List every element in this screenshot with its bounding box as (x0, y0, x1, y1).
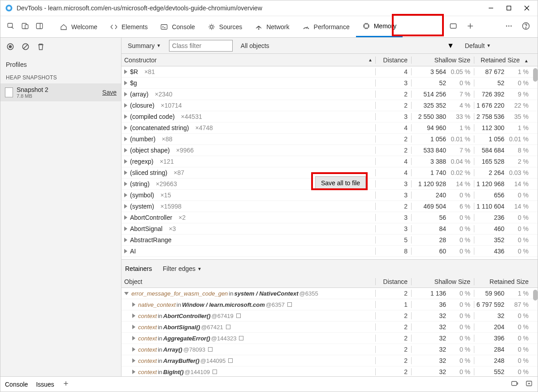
table-row[interactable]: (regexp)×12143 3880.04 %165 5282 % (121, 156, 538, 167)
tab-sources[interactable]: Sources (201, 16, 248, 37)
table-row[interactable]: context in AggregateError() @1443232320 … (121, 333, 538, 344)
external-link-icon[interactable] (226, 325, 230, 329)
expand-icon[interactable] (124, 114, 127, 119)
tab-welcome[interactable]: Welcome (53, 16, 104, 37)
expand-icon[interactable] (124, 215, 127, 220)
all-objects-dropdown[interactable]: All objects (238, 41, 272, 50)
drawer-expand-icon[interactable] (525, 379, 533, 389)
table-row[interactable]: (compiled code)×4453132 550 38033 %2 758… (121, 111, 538, 122)
column-distance[interactable]: Distance (375, 278, 411, 285)
table-row[interactable]: AbortSignal×33840 %4600 % (121, 223, 538, 235)
expand-icon[interactable] (124, 238, 127, 242)
table-row[interactable]: (number)×8821 0560.01 %1 0560.01 % (121, 134, 538, 145)
table-row[interactable]: $g3520 %520 % (121, 78, 538, 89)
drawer-tab-issues[interactable]: Issues (36, 381, 54, 388)
expand-icon[interactable] (124, 92, 127, 96)
external-link-icon[interactable] (287, 302, 292, 307)
device-toolbar-icon[interactable] (21, 22, 29, 32)
column-retained-size[interactable]: Retained Size ▲ (474, 57, 538, 64)
expand-icon[interactable] (132, 325, 135, 329)
shallow-value: 36 (439, 301, 446, 308)
expand-icon[interactable] (132, 358, 135, 363)
external-link-icon[interactable] (228, 358, 233, 363)
add-tab-icon[interactable] (466, 22, 475, 32)
expand-icon[interactable] (124, 137, 127, 141)
expand-icon[interactable] (132, 370, 135, 374)
default-dropdown[interactable]: Default ▼ (462, 41, 494, 50)
table-row[interactable]: context in ArrayBuffer() @1440952320 %24… (121, 355, 538, 366)
filter-edges-dropdown[interactable]: Filter edges ▼ (160, 264, 204, 273)
expand-icon[interactable] (124, 170, 127, 175)
expand-icon[interactable] (124, 249, 127, 253)
window-close-button[interactable] (523, 4, 530, 12)
more-tabs-icon[interactable] (449, 22, 458, 32)
inspect-element-icon[interactable] (7, 22, 15, 32)
dropdown-caret-icon[interactable]: ▼ (447, 42, 454, 50)
expand-icon[interactable] (124, 226, 127, 231)
window-minimize-button[interactable] (487, 4, 495, 12)
expand-icon[interactable] (124, 182, 127, 186)
table-row[interactable]: error_message_for_wasm_code_gen in syste… (121, 288, 538, 299)
expand-icon[interactable] (132, 302, 135, 307)
expand-icon[interactable] (124, 193, 127, 197)
column-object[interactable]: Object (121, 278, 375, 285)
table-row[interactable]: (concatenated string)×4748494 9601 %112 … (121, 122, 538, 134)
external-link-icon[interactable] (239, 336, 243, 340)
column-retained-size[interactable]: Retained Size (474, 278, 538, 285)
tab-network[interactable]: Network (248, 16, 295, 37)
table-row[interactable]: native_context in Window / learn.microso… (121, 299, 538, 310)
table-row[interactable]: AbstractRange5280 %3520 % (121, 235, 538, 246)
more-options-icon[interactable] (504, 22, 513, 32)
expand-icon[interactable] (124, 70, 127, 74)
delete-icon[interactable] (36, 42, 45, 53)
expand-icon[interactable] (132, 314, 135, 318)
dock-side-icon[interactable] (35, 22, 43, 32)
snapshot-item[interactable]: Snapshot 2 7.8 MB Save (0, 83, 121, 101)
drawer-tab-console[interactable]: Console (5, 381, 28, 388)
class-filter-input[interactable] (169, 40, 233, 52)
external-link-icon[interactable] (236, 314, 241, 318)
table-row[interactable]: context in BigInt() @1441092320 %5520 % (121, 366, 538, 376)
expand-icon[interactable] (124, 148, 127, 152)
table-row[interactable]: context in Array() @780932320 %2840 % (121, 344, 538, 355)
scrollbar-thumb[interactable] (533, 290, 538, 301)
tab-performance[interactable]: Performance (296, 16, 356, 37)
column-shallow-size[interactable]: Shallow Size (411, 57, 474, 64)
table-row[interactable]: context in AbortController() @674192320 … (121, 310, 538, 322)
expand-icon[interactable] (124, 159, 127, 164)
table-row[interactable]: (object shape)×99662533 8407 %584 6848 % (121, 145, 538, 156)
window-maximize-button[interactable] (505, 4, 512, 12)
external-link-icon[interactable] (208, 347, 213, 352)
expand-icon[interactable] (124, 204, 127, 209)
column-shallow-size[interactable]: Shallow Size (411, 278, 474, 285)
tab-elements[interactable]: Elements (104, 16, 154, 37)
clear-icon[interactable] (21, 42, 30, 53)
snapshot-save-link[interactable]: Save (102, 89, 117, 96)
drawer-add-tab-icon[interactable] (62, 380, 69, 388)
table-row[interactable]: AI8600 %4360 % (121, 246, 538, 257)
table-row[interactable]: (system)×159982469 5046 %1 110 60414 % (121, 201, 538, 212)
tab-console[interactable]: Console (154, 16, 201, 37)
table-row[interactable]: (array)×23402514 2567 %726 3929 % (121, 89, 538, 100)
help-icon[interactable] (521, 22, 530, 32)
table-row[interactable]: $R×8143 5640.05 %87 6721 % (121, 66, 538, 78)
table-row[interactable]: AbortController×23560 %2360 % (121, 212, 538, 223)
expand-icon[interactable] (124, 126, 127, 130)
expand-icon[interactable] (132, 336, 135, 340)
expand-icon[interactable] (124, 292, 129, 295)
scrollbar-thumb[interactable] (533, 68, 538, 82)
table-row[interactable]: (symbol)×1532400 %6560 % (121, 190, 538, 201)
external-link-icon[interactable] (213, 370, 217, 374)
summary-dropdown[interactable]: Summary ▼ (125, 41, 164, 50)
column-constructor[interactable]: Constructor▲ (121, 57, 375, 64)
table-row[interactable]: context in AbortSignal() @674212320 %204… (121, 322, 538, 333)
drawer-icon-1[interactable] (511, 379, 519, 389)
expand-icon[interactable] (132, 347, 135, 352)
column-distance[interactable]: Distance (375, 57, 411, 64)
expand-icon[interactable] (124, 103, 127, 108)
record-icon[interactable] (6, 42, 15, 53)
expand-icon[interactable] (124, 81, 127, 85)
svg-point-23 (525, 27, 526, 28)
table-row[interactable]: (closure)×107142325 3524 %1 676 22022 % (121, 100, 538, 111)
shallow-value: 60 (439, 248, 446, 255)
